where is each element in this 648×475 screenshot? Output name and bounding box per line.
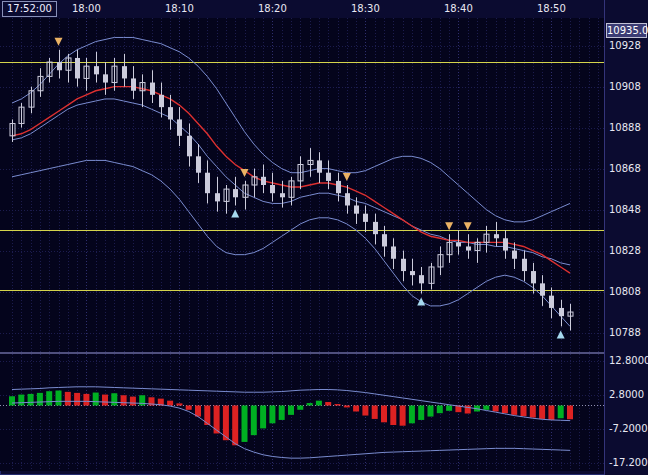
- price-axis-label: 10888: [609, 122, 641, 134]
- price-axis-label: 10848: [609, 204, 641, 216]
- price-axis[interactable]: 10935.0 10928109081088810868108481082810…: [604, 0, 648, 475]
- indicator-axis-label: 12.8000: [609, 355, 648, 367]
- trading-chart-window: 17:52:00 18:0018:1018:2018:3018:4018:50 …: [0, 0, 648, 475]
- price-axis-label: 10828: [609, 245, 641, 257]
- time-axis-label: 18:20: [254, 3, 290, 14]
- price-level-badge: 10935.0: [606, 23, 647, 38]
- price-chart-canvas[interactable]: [0, 18, 604, 352]
- time-axis-label: 18:50: [533, 3, 569, 14]
- time-axis-label: 18:10: [161, 3, 197, 14]
- time-axis-label: 18:30: [347, 3, 383, 14]
- price-axis-label: 10808: [609, 286, 641, 298]
- price-axis-label: 10928: [609, 40, 641, 52]
- price-axis-label: 10788: [609, 327, 641, 339]
- price-axis-label: 10868: [609, 163, 641, 175]
- price-axis-label: 10908: [609, 81, 641, 93]
- indicator-axis-label: 2.8000: [609, 389, 644, 401]
- indicator-axis-label: -7.2000: [609, 423, 648, 435]
- time-axis-label: 18:00: [68, 3, 104, 14]
- indicator-chart-canvas[interactable]: [0, 354, 604, 471]
- time-axis-label: 18:40: [440, 3, 476, 14]
- chart-start-time-box: 17:52:00: [2, 1, 57, 17]
- indicator-axis-label: -17.2000: [609, 457, 648, 469]
- time-axis[interactable]: 17:52:00 18:0018:1018:2018:3018:4018:50: [0, 0, 604, 18]
